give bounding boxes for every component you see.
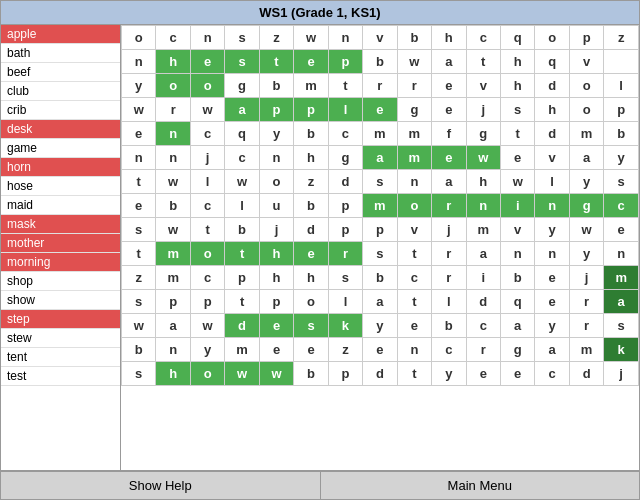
sidebar-item-desk[interactable]: desk [1, 120, 120, 139]
sidebar-item-test[interactable]: test [1, 367, 120, 386]
grid-cell: p [259, 290, 293, 314]
grid-cell: k [604, 338, 639, 362]
grid-cell: n [156, 146, 190, 170]
grid-cell: h [259, 266, 293, 290]
sidebar-item-step[interactable]: step [1, 310, 120, 329]
grid-cell: w [225, 170, 259, 194]
grid-cell: w [122, 98, 156, 122]
sidebar-item-stew[interactable]: stew [1, 329, 120, 348]
app-container: WS1 (Grade 1, KS1) applebathbeefclubcrib… [0, 0, 640, 500]
grid-cell: p [328, 50, 362, 74]
grid-cell: c [466, 314, 500, 338]
grid-cell: s [500, 98, 534, 122]
grid-cell: b [500, 266, 534, 290]
grid-cell: p [569, 26, 603, 50]
grid-cell: q [225, 122, 259, 146]
grid-cell: r [466, 338, 500, 362]
grid-cell: h [259, 242, 293, 266]
grid-cell: h [500, 50, 534, 74]
grid-cell: v [569, 50, 603, 74]
grid-cell: o [259, 170, 293, 194]
footer-bar: Show Help Main Menu [1, 470, 639, 499]
grid-cell: b [294, 362, 328, 386]
grid-cell: p [225, 266, 259, 290]
grid-cell: n [466, 194, 500, 218]
grid-cell: a [363, 290, 397, 314]
grid-cell: c [604, 194, 639, 218]
sidebar-item-mother[interactable]: mother [1, 234, 120, 253]
grid-cell: w [190, 98, 224, 122]
grid-cell: y [122, 74, 156, 98]
grid-cell: c [190, 266, 224, 290]
grid-cell: p [363, 218, 397, 242]
sidebar-item-apple[interactable]: apple [1, 25, 120, 44]
grid-cell: b [225, 218, 259, 242]
grid-cell: m [604, 266, 639, 290]
main-menu-button[interactable]: Main Menu [321, 471, 640, 499]
grid-cell: g [569, 194, 603, 218]
grid-cell: y [535, 314, 569, 338]
sidebar-item-mask[interactable]: mask [1, 215, 120, 234]
grid-cell: m [569, 122, 603, 146]
grid-cell: e [535, 266, 569, 290]
grid-cell: c [466, 26, 500, 50]
grid-cell: t [397, 362, 431, 386]
grid-cell: a [363, 146, 397, 170]
grid-cell: l [225, 194, 259, 218]
grid-cell: p [259, 98, 293, 122]
grid-cell: t [397, 290, 431, 314]
grid-cell: m [569, 338, 603, 362]
grid-cell: n [156, 122, 190, 146]
grid-cell: s [294, 314, 328, 338]
show-help-button[interactable]: Show Help [1, 471, 321, 499]
grid-cell: r [156, 98, 190, 122]
sidebar-item-shop[interactable]: shop [1, 272, 120, 291]
grid-cell: y [363, 314, 397, 338]
grid-cell: y [604, 146, 639, 170]
grid-cell: h [432, 26, 466, 50]
grid-cell: n [604, 242, 639, 266]
sidebar-item-morning[interactable]: morning [1, 253, 120, 272]
grid-cell: j [432, 218, 466, 242]
grid-cell: s [225, 50, 259, 74]
grid-cell: d [363, 362, 397, 386]
grid-cell: o [569, 74, 603, 98]
grid-cell: n [156, 338, 190, 362]
grid-cell: t [225, 290, 259, 314]
grid-cell: d [466, 290, 500, 314]
grid-cell: h [466, 170, 500, 194]
sidebar-item-game[interactable]: game [1, 139, 120, 158]
grid-cell: t [190, 218, 224, 242]
sidebar-item-crib[interactable]: crib [1, 101, 120, 120]
grid-cell: r [569, 314, 603, 338]
sidebar-item-horn[interactable]: horn [1, 158, 120, 177]
grid-cell: b [259, 74, 293, 98]
grid-cell: s [604, 170, 639, 194]
grid-cell: h [294, 146, 328, 170]
grid-cell: s [225, 26, 259, 50]
grid-cell: g [328, 146, 362, 170]
sidebar-item-club[interactable]: club [1, 82, 120, 101]
sidebar-item-bath[interactable]: bath [1, 44, 120, 63]
grid-cell: q [500, 290, 534, 314]
grid-cell: a [225, 98, 259, 122]
sidebar-item-maid[interactable]: maid [1, 196, 120, 215]
grid-cell: o [190, 242, 224, 266]
word-search-grid: ocnszwnvbhcqopznhestepbwathqvyoogbmtrrev… [121, 25, 639, 470]
grid-cell: p [604, 98, 639, 122]
sidebar-item-beef[interactable]: beef [1, 63, 120, 82]
grid-cell: r [397, 74, 431, 98]
grid-cell: j [259, 218, 293, 242]
grid-cell: y [259, 122, 293, 146]
grid-cell: y [569, 242, 603, 266]
sidebar-item-show[interactable]: show [1, 291, 120, 310]
grid-cell: g [466, 122, 500, 146]
grid-cell: w [156, 170, 190, 194]
grid-cell: e [535, 290, 569, 314]
grid-cell: m [363, 122, 397, 146]
sidebar-item-hose[interactable]: hose [1, 177, 120, 196]
grid-cell: j [466, 98, 500, 122]
sidebar-item-tent[interactable]: tent [1, 348, 120, 367]
grid-cell: s [122, 290, 156, 314]
grid-cell: n [397, 170, 431, 194]
